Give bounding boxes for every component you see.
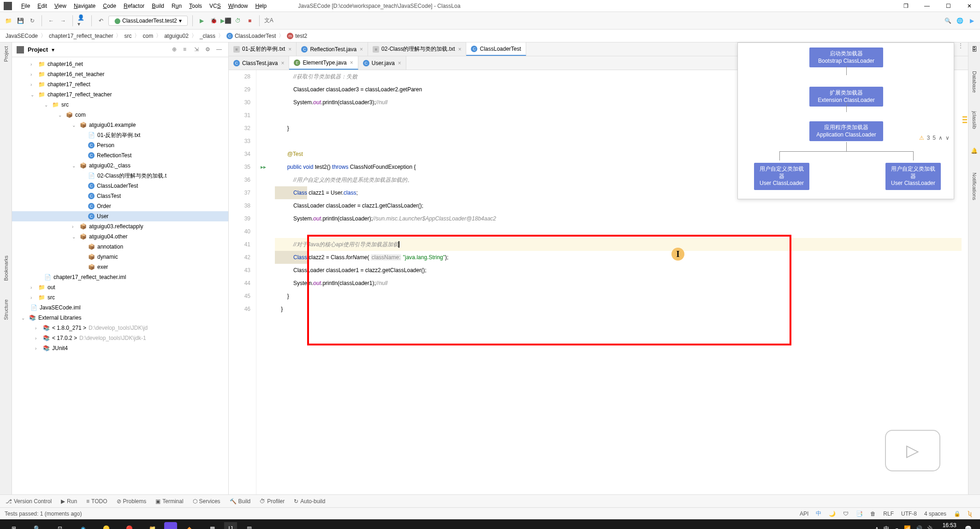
close-tab-icon[interactable]: × xyxy=(398,60,401,66)
tool-build[interactable]: 🔨 Build xyxy=(230,498,251,505)
search-taskbar-icon[interactable]: 🔍 xyxy=(26,519,48,529)
close-tab-icon[interactable]: × xyxy=(288,46,291,53)
tray-volume-icon[interactable]: 🔊 xyxy=(915,525,922,529)
tree-item[interactable]: 📦annotation xyxy=(12,242,228,252)
line-separator[interactable]: RLF xyxy=(879,511,897,517)
shield-icon[interactable]: 🛡 xyxy=(839,511,852,517)
tree-item[interactable]: 📄02-Class的理解与类的加载.t xyxy=(12,171,228,181)
classloader-diagram-popup[interactable]: 启动类加载器Bootstrap ClassLoader 扩展类加载器Extens… xyxy=(737,42,954,199)
run-icon[interactable]: ▶ xyxy=(197,16,207,25)
tree-item[interactable]: ⌄📦atguigu02._class xyxy=(12,160,228,171)
tool-version-control[interactable]: ⎇ Version Control xyxy=(6,498,52,505)
user-icon[interactable]: 👤▾ xyxy=(77,16,87,25)
tray-notification-icon[interactable]: 💬 xyxy=(965,525,972,529)
save-icon[interactable]: 💾 xyxy=(16,16,25,25)
app-icon[interactable] xyxy=(164,522,177,529)
tree-item[interactable]: CClassLoaderTest xyxy=(12,181,228,191)
menu-code[interactable]: Code xyxy=(99,3,120,9)
tree-item[interactable]: ⌄📁chapter17_reflect_teacher xyxy=(12,89,228,100)
indent[interactable]: 4 spaces xyxy=(921,511,950,517)
tree-item[interactable]: ›📚JUnit4 xyxy=(12,343,228,353)
crumb-method[interactable]: test2 xyxy=(295,33,307,39)
back-icon[interactable]: ← xyxy=(47,16,56,25)
tool-profiler[interactable]: ⏱ Profiler xyxy=(260,498,285,505)
collapse-icon[interactable]: ≡ xyxy=(183,46,190,53)
tree-item[interactable]: 📦exer xyxy=(12,262,228,272)
tray-ime-icon[interactable]: 中 xyxy=(884,525,889,529)
menu-refactor[interactable]: Refactor xyxy=(120,3,148,9)
close-tab-icon[interactable]: × xyxy=(281,60,284,66)
undo-icon[interactable]: ↶ xyxy=(96,16,106,25)
tray-power-icon[interactable]: 🔌 xyxy=(927,525,934,529)
rail-jclasslib[interactable]: jclasslib xyxy=(972,111,977,129)
tree-item[interactable]: ›📦atguigu03.reflectapply xyxy=(12,221,228,232)
tree-item[interactable]: CReflectionTest xyxy=(12,150,228,160)
run-config-selector[interactable]: ⬤ ClassLoaderTest.test2 ▾ xyxy=(108,16,188,26)
menu-help[interactable]: Help xyxy=(251,3,270,9)
tree-item[interactable]: ›📁chapter16_net_teacher xyxy=(12,69,228,79)
api-indicator[interactable]: API xyxy=(796,511,812,517)
database-icon[interactable]: 🗄 xyxy=(972,46,977,53)
tree-item[interactable]: ›📁chapter17_reflect xyxy=(12,79,228,89)
chrome2-icon[interactable]: 🔴 xyxy=(118,519,140,529)
rail-database[interactable]: Database xyxy=(972,71,977,93)
editor-tab-active[interactable]: EElementType.java× xyxy=(289,56,358,70)
expand-icon[interactable]: ⇲ xyxy=(194,46,202,53)
tray-time[interactable]: 16:53 xyxy=(938,522,960,529)
crumb-module[interactable]: chapter17_reflect_teacher xyxy=(49,33,113,39)
translate-icon[interactable]: 文A xyxy=(264,16,273,25)
tree-item[interactable]: ⌄📚External Libraries xyxy=(12,313,228,323)
tray-wifi-icon[interactable]: 📶 xyxy=(904,525,911,529)
tray-expand-icon[interactable]: ∧ xyxy=(875,525,879,529)
project-tree[interactable]: ›📁chapter16_net ›📁chapter16_net_teacher … xyxy=(12,57,228,494)
tool-run[interactable]: ▶ Run xyxy=(61,498,77,505)
tree-item-selected[interactable]: CUser xyxy=(12,211,228,221)
tool-problems[interactable]: ⊘ Problems xyxy=(117,498,147,505)
app-icon[interactable]: ◆ xyxy=(178,519,200,529)
menu-edit[interactable]: Edit xyxy=(34,3,51,9)
menu-window[interactable]: Window xyxy=(225,3,252,9)
menu-build[interactable]: Build xyxy=(148,3,168,9)
next-highlight-icon[interactable]: ∨ xyxy=(945,135,950,141)
chrome-icon[interactable]: 🟡 xyxy=(95,519,117,529)
ime-icon[interactable]: 中 xyxy=(812,510,825,517)
crumb-subpkg[interactable]: _class xyxy=(200,33,215,39)
tool-services[interactable]: ⬡ Services xyxy=(193,498,220,505)
minimize-icon[interactable]: — xyxy=(916,0,938,12)
tray-cloud-icon[interactable]: ☁ xyxy=(894,525,899,529)
crumb-pkg[interactable]: atguigu02 xyxy=(164,33,189,39)
crumb-src[interactable]: src xyxy=(124,33,131,39)
tree-item[interactable]: ›📁src xyxy=(12,292,228,303)
debug-icon[interactable]: 🐞 xyxy=(209,16,219,25)
run-test-icon[interactable]: ▸▸ xyxy=(256,160,270,173)
tree-item[interactable]: ›📚< 17.0.2 > D:\develop_tools\JDK\jdk-1 xyxy=(12,333,228,343)
menu-file[interactable]: File xyxy=(18,3,34,9)
tree-item[interactable]: ⌄📦com xyxy=(12,110,228,120)
crumb-project[interactable]: JavaSECode xyxy=(6,33,38,39)
encoding[interactable]: UTF-8 xyxy=(897,511,921,517)
tool-todo[interactable]: ≡ TODO xyxy=(86,498,107,505)
maximize-icon[interactable]: ☐ xyxy=(938,0,959,12)
menu-vcs[interactable]: VCS xyxy=(206,3,225,9)
prev-highlight-icon[interactable]: ∧ xyxy=(938,135,943,141)
editor-tab[interactable]: ≡01-反射的举例.txt× xyxy=(229,42,297,56)
editor-tab-active[interactable]: CClassLoaderTest xyxy=(466,42,526,56)
hide-icon[interactable]: — xyxy=(216,46,224,53)
start-icon[interactable]: ⊞ xyxy=(3,519,25,529)
error-stripe[interactable] xyxy=(962,70,968,494)
trash-icon[interactable]: 🗑 xyxy=(867,511,879,517)
open-icon[interactable]: 📁 xyxy=(4,16,13,25)
sync-icon[interactable]: ↻ xyxy=(28,16,37,25)
menu-view[interactable]: View xyxy=(51,3,70,9)
tree-item[interactable]: 📄chapter17_reflect_teacher.iml xyxy=(12,272,228,282)
rail-structure[interactable]: Structure xyxy=(3,299,9,320)
crumb-class[interactable]: ClassLoaderTest xyxy=(235,33,276,39)
menu-run[interactable]: Run xyxy=(168,3,185,9)
taskview-icon[interactable]: ⊡ xyxy=(49,519,71,529)
tree-item[interactable]: CClassTest xyxy=(12,191,228,201)
lock-icon[interactable]: 🔒 xyxy=(950,511,964,517)
video-overlay[interactable]: ▷ xyxy=(885,430,940,471)
profile-icon[interactable]: ⏱ xyxy=(233,16,243,25)
tree-item[interactable]: 📦dynamic xyxy=(12,252,228,262)
run-gutter[interactable]: ▸▸ xyxy=(256,70,270,494)
